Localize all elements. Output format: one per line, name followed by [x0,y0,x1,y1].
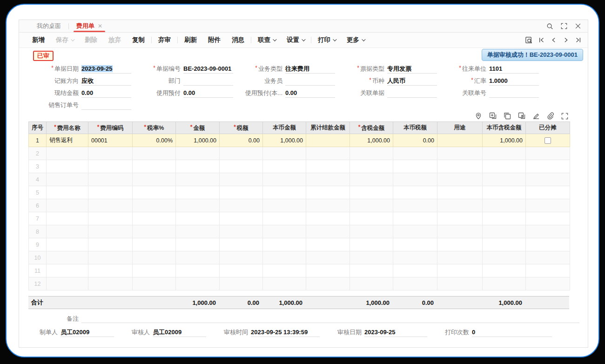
table-cell[interactable] [437,147,483,160]
form-field-value[interactable]: 1.0000 [489,76,539,86]
table-cell[interactable] [220,199,263,212]
table-cell[interactable] [393,277,437,290]
table-cell[interactable] [47,225,88,238]
form-field-value[interactable] [387,88,437,98]
row-number-cell[interactable]: 9 [29,238,47,251]
table-cell[interactable] [483,160,526,173]
table-cell[interactable] [263,199,306,212]
table-cell[interactable]: 1,000.00 [263,134,306,147]
table-cell[interactable] [437,173,483,186]
table-cell[interactable] [350,186,393,199]
table-cell[interactable] [306,134,350,147]
table-cell[interactable] [437,212,483,225]
table-cell[interactable] [88,147,133,160]
table-cell[interactable]: 销售返利 [47,134,88,147]
table-cell[interactable] [176,186,220,199]
table-cell[interactable] [437,238,483,251]
table-cell[interactable] [176,199,220,212]
edit-rows-icon[interactable] [532,112,540,120]
table-cell[interactable] [47,238,88,251]
fullscreen-icon[interactable] [561,23,567,29]
table-cell[interactable]: 0.00 [393,134,437,147]
table-cell[interactable] [483,238,526,251]
table-cell[interactable] [483,251,526,264]
table-cell[interactable] [88,173,133,186]
form-field-value[interactable] [183,76,233,86]
table-cell[interactable] [88,212,133,225]
table-cell[interactable] [350,147,393,160]
table-cell[interactable] [133,147,176,160]
table-cell[interactable] [526,277,570,290]
table-cell[interactable] [263,173,306,186]
allocated-checkbox[interactable] [544,137,551,144]
table-cell[interactable] [350,238,393,251]
table-cell[interactable] [176,225,220,238]
table-cell[interactable] [483,147,526,160]
table-cell[interactable] [483,199,526,212]
table-cell[interactable] [350,160,393,173]
table-cell[interactable] [88,277,133,290]
table-cell[interactable] [47,147,88,160]
table-cell[interactable]: 0.00% [133,134,176,147]
form-field-value[interactable] [285,76,335,86]
table-cell[interactable] [393,173,437,186]
footer-field-value[interactable]: 0 [472,328,552,337]
table-cell[interactable] [350,225,393,238]
toolbar-item[interactable]: 复制 [132,36,145,44]
table-cell[interactable] [350,212,393,225]
table-cell[interactable] [306,225,350,238]
table-cell[interactable] [176,277,220,290]
table-cell[interactable] [47,160,88,173]
table-cell[interactable] [483,173,526,186]
delete-rows-icon[interactable] [518,112,525,120]
table-cell[interactable] [350,173,393,186]
table-cell[interactable] [220,238,263,251]
table-cell[interactable] [47,264,88,277]
table-cell[interactable] [393,160,437,173]
table-cell[interactable] [437,186,483,199]
table-cell[interactable]: 1,000.00 [176,134,220,147]
table-cell[interactable] [176,160,220,173]
table-cell[interactable] [393,251,437,264]
table-cell[interactable] [220,225,263,238]
table-cell[interactable] [526,212,570,225]
toolbar-item[interactable]: 联查 [258,36,276,44]
remark-input[interactable] [81,315,579,323]
table-cell[interactable] [176,251,220,264]
form-field-value[interactable]: 0.00 [183,88,233,98]
table-cell[interactable] [176,264,220,277]
table-cell[interactable] [306,264,350,277]
form-field-value[interactable]: 应收 [81,76,131,86]
attachment-icon[interactable] [547,112,554,120]
table-cell[interactable] [220,147,263,160]
table-cell[interactable]: 1,000.00 [350,134,393,147]
toolbar-item[interactable]: 打印 [318,36,336,44]
search-icon[interactable] [546,23,553,30]
table-cell[interactable] [133,173,176,186]
table-cell[interactable] [263,186,306,199]
form-field-value[interactable]: 人民币 [387,76,437,86]
table-cell[interactable] [526,238,570,251]
table-cell[interactable] [220,251,263,264]
table-cell[interactable] [47,212,88,225]
table-cell[interactable] [393,147,437,160]
form-field-value[interactable]: 0.00 [81,88,131,98]
last-record-icon[interactable] [575,37,581,43]
form-field-value[interactable]: 1101 [489,64,539,74]
table-cell[interactable] [526,199,570,212]
table-cell[interactable] [220,160,263,173]
table-cell[interactable] [350,264,393,277]
table-cell[interactable] [133,199,176,212]
row-number-cell[interactable]: 4 [29,173,47,186]
table-cell[interactable] [526,186,570,199]
table-cell[interactable] [526,147,570,160]
table-cell[interactable] [526,251,570,264]
table-cell[interactable] [483,264,526,277]
table-cell[interactable] [47,199,88,212]
table-cell[interactable] [176,212,220,225]
row-number-cell[interactable]: 10 [29,251,47,264]
table-cell[interactable] [306,277,350,290]
row-number-cell[interactable]: 5 [29,186,47,199]
row-number-cell[interactable]: 7 [29,212,47,225]
doc-search-icon[interactable] [525,36,533,44]
